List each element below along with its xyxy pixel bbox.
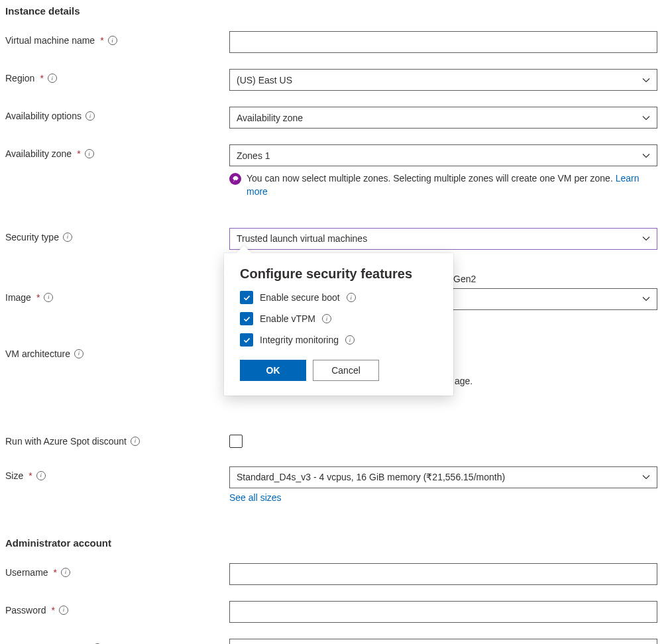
info-icon[interactable]: i xyxy=(322,314,331,323)
integrity-row: Integrity monitoring i xyxy=(240,333,437,347)
info-icon[interactable]: i xyxy=(61,568,70,577)
rocket-icon xyxy=(229,173,241,185)
popover-buttons: OK Cancel xyxy=(240,360,437,381)
cancel-button[interactable]: Cancel xyxy=(313,360,379,381)
vtpm-label: Enable vTPM xyxy=(260,313,315,324)
info-icon[interactable]: i xyxy=(59,606,68,615)
confirm-password-input[interactable] xyxy=(229,639,657,644)
row-availability-options: Availability options i Availability zone xyxy=(5,107,663,129)
chevron-down-icon xyxy=(642,295,650,303)
label-text-size: Size xyxy=(5,470,23,481)
availability-options-value: Availability zone xyxy=(237,113,303,123)
label-text-image: Image xyxy=(5,292,31,303)
ok-button[interactable]: OK xyxy=(240,360,306,381)
username-input[interactable] xyxy=(229,563,657,585)
chevron-down-icon xyxy=(642,76,650,84)
label-text-vm-arch: VM architecture xyxy=(5,349,70,359)
label-spot-discount: Run with Azure Spot discount i xyxy=(5,432,229,447)
label-region: Region * i xyxy=(5,69,229,83)
row-vm-name: Virtual machine name * i xyxy=(5,31,663,53)
row-username: Username * i xyxy=(5,563,663,585)
info-icon[interactable]: i xyxy=(131,437,140,446)
vtpm-row: Enable vTPM i xyxy=(240,312,437,325)
label-size: Size * i xyxy=(5,466,229,481)
chevron-down-icon xyxy=(642,114,650,122)
chevron-down-icon xyxy=(642,152,650,160)
secure-boot-row: Enable secure boot i xyxy=(240,291,437,304)
availability-zone-value: Zones 1 xyxy=(237,150,270,161)
spot-discount-checkbox[interactable] xyxy=(229,435,243,448)
info-icon[interactable]: i xyxy=(345,335,355,345)
label-username: Username * i xyxy=(5,563,229,578)
required-asterisk: * xyxy=(51,605,54,616)
required-asterisk: * xyxy=(28,470,32,481)
label-text-vm-name: Virtual machine name xyxy=(5,35,95,46)
info-icon[interactable]: i xyxy=(85,111,95,121)
label-image: Image * i xyxy=(5,288,229,303)
label-text-spot: Run with Azure Spot discount xyxy=(5,436,127,447)
secure-boot-checkbox[interactable] xyxy=(240,291,253,304)
security-type-select[interactable]: Trusted launch virtual machines xyxy=(229,228,657,250)
row-password: Password * i xyxy=(5,601,663,623)
row-size: Size * i Standard_D4s_v3 - 4 vcpus, 16 G… xyxy=(5,466,663,488)
popover-title: Configure security features xyxy=(240,266,437,282)
row-spot-discount: Run with Azure Spot discount i xyxy=(5,432,663,448)
size-select[interactable]: Standard_D4s_v3 - 4 vcpus, 16 GiB memory… xyxy=(229,466,657,488)
info-icon[interactable]: i xyxy=(63,233,72,242)
label-text-avail-zone: Availability zone xyxy=(5,148,72,159)
region-select[interactable]: (US) East US xyxy=(229,69,657,91)
section-instance-details: Instance details xyxy=(5,5,663,17)
vtpm-checkbox[interactable] xyxy=(240,312,253,325)
row-availability-zone: Availability zone * i Zones 1 xyxy=(5,144,663,166)
password-input[interactable] xyxy=(229,601,657,623)
row-security-type: Security type i Trusted launch virtual m… xyxy=(5,228,663,250)
chevron-down-icon xyxy=(642,473,650,481)
secure-boot-label: Enable secure boot xyxy=(260,292,340,303)
required-asterisk: * xyxy=(77,148,80,159)
integrity-checkbox[interactable] xyxy=(240,333,253,347)
label-password: Password * i xyxy=(5,601,229,616)
label-availability-zone: Availability zone * i xyxy=(5,144,229,159)
required-asterisk: * xyxy=(40,73,43,83)
required-asterisk: * xyxy=(36,292,40,303)
security-features-popover: Configure security features Enable secur… xyxy=(224,253,453,396)
integrity-label: Integrity monitoring xyxy=(260,335,339,345)
info-icon[interactable]: i xyxy=(74,349,84,358)
info-icon[interactable]: i xyxy=(108,36,117,45)
image-gen2-fragment: Gen2 xyxy=(453,274,476,284)
label-text-region: Region xyxy=(5,73,34,83)
label-text-sec-type: Security type xyxy=(5,232,59,242)
info-icon[interactable]: i xyxy=(36,471,46,480)
size-value: Standard_D4s_v3 - 4 vcpus, 16 GiB memory… xyxy=(237,472,505,482)
section-admin-account: Administrator account xyxy=(5,537,663,549)
see-all-sizes-link[interactable]: See all sizes xyxy=(229,492,663,503)
label-text-avail-opts: Availability options xyxy=(5,111,82,121)
info-icon[interactable]: i xyxy=(48,74,57,83)
arch-age-fragment: age. xyxy=(455,376,473,386)
zones-hint: You can now select multiple zones. Selec… xyxy=(229,172,657,199)
required-asterisk: * xyxy=(54,567,57,578)
info-icon[interactable]: i xyxy=(44,293,53,302)
label-availability-options: Availability options i xyxy=(5,107,229,121)
availability-options-select[interactable]: Availability zone xyxy=(229,107,657,129)
row-region: Region * i (US) East US xyxy=(5,69,663,91)
info-icon[interactable]: i xyxy=(85,149,94,158)
label-vm-name: Virtual machine name * i xyxy=(5,31,229,46)
label-text-username: Username xyxy=(5,567,48,578)
label-text-password: Password xyxy=(5,605,46,616)
label-security-type: Security type i xyxy=(5,228,229,242)
zones-hint-text: You can now select multiple zones. Selec… xyxy=(247,172,657,199)
region-value: (US) East US xyxy=(237,75,292,85)
vm-name-input[interactable] xyxy=(229,31,657,53)
label-confirm-password: Confirm password * i xyxy=(5,639,229,644)
info-icon[interactable]: i xyxy=(347,293,356,302)
required-asterisk: * xyxy=(100,35,103,46)
chevron-down-icon xyxy=(642,235,650,242)
availability-zone-select[interactable]: Zones 1 xyxy=(229,144,657,166)
security-type-value: Trusted launch virtual machines xyxy=(237,233,367,244)
label-vm-architecture: VM architecture i xyxy=(5,345,229,359)
row-confirm-password: Confirm password * i xyxy=(5,639,663,644)
